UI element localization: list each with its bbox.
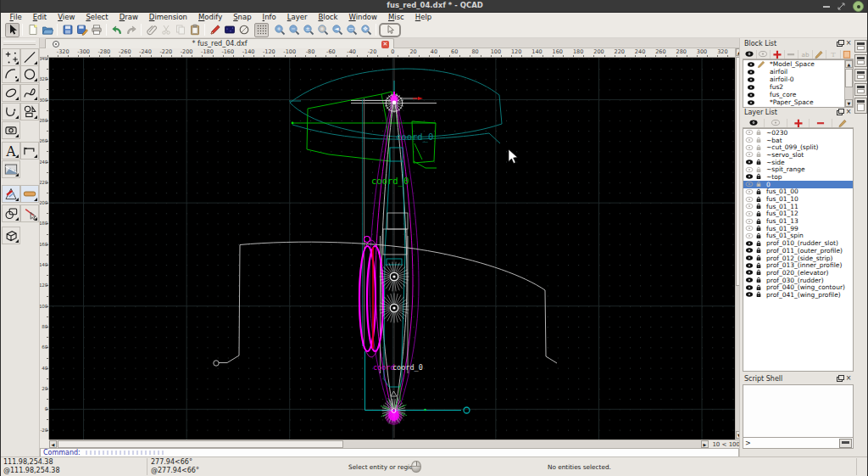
new-button[interactable] bbox=[25, 23, 40, 37]
eye-off-icon[interactable] bbox=[744, 203, 754, 210]
layer-row[interactable]: fus_01_spin bbox=[743, 232, 853, 240]
layer-eye-on-button[interactable] bbox=[743, 119, 765, 127]
scroll-up-arrow[interactable]: ▲ bbox=[845, 60, 853, 68]
block-eye-on-button[interactable] bbox=[743, 50, 757, 59]
zoom-in-button[interactable]: + bbox=[272, 23, 287, 37]
lock-dark-icon[interactable] bbox=[754, 291, 763, 298]
menu-select[interactable]: Select bbox=[81, 13, 114, 22]
scroll-right-arrow[interactable]: ▶ bbox=[701, 440, 709, 448]
lock-dark-icon[interactable] bbox=[754, 188, 763, 195]
lock-dark-icon[interactable] bbox=[754, 284, 763, 291]
redo-button[interactable] bbox=[124, 23, 138, 37]
eye-on-icon[interactable] bbox=[745, 61, 756, 68]
dock-button-property-editor[interactable] bbox=[854, 40, 867, 53]
layer-row[interactable]: fus_01_00 bbox=[743, 188, 853, 196]
zoom-auto-button[interactable]: ± bbox=[301, 23, 315, 37]
lock-dark-icon[interactable] bbox=[754, 262, 763, 269]
swatch-button[interactable] bbox=[222, 23, 236, 37]
tool-line-button[interactable] bbox=[20, 48, 39, 66]
eye-on-icon[interactable] bbox=[745, 92, 756, 98]
layer-row[interactable]: fus_01_99 bbox=[743, 225, 853, 232]
minimize-button[interactable] bbox=[821, 2, 832, 11]
eye-off-icon[interactable] bbox=[744, 218, 754, 225]
layer-row[interactable]: prof_040_(wing_contour) bbox=[743, 283, 853, 291]
circle-slash-button[interactable] bbox=[236, 23, 251, 37]
layer-row[interactable]: fus_01_12 bbox=[743, 210, 853, 218]
menu-info[interactable]: Info bbox=[257, 13, 281, 22]
block-row[interactable]: airfoil bbox=[743, 68, 853, 76]
eye-on-icon[interactable] bbox=[744, 291, 754, 298]
cut-button[interactable] bbox=[159, 23, 173, 37]
lock-dark-icon[interactable] bbox=[754, 210, 763, 217]
tool-arc-button[interactable] bbox=[2, 65, 20, 83]
close-panel-icon[interactable]: × bbox=[845, 375, 852, 382]
grid-button[interactable] bbox=[254, 23, 269, 37]
block-row[interactable]: *Paper_Space0 bbox=[743, 106, 853, 108]
tab-document[interactable]: * fus_red_04.dxf ✕ bbox=[45, 38, 394, 48]
dock-button-commands[interactable] bbox=[854, 69, 867, 81]
tool-spline-button[interactable] bbox=[20, 84, 39, 102]
dock-button-library-browser[interactable] bbox=[854, 83, 867, 96]
save-button[interactable] bbox=[60, 23, 75, 37]
eye-off-icon[interactable] bbox=[744, 181, 754, 188]
lock-dark-icon[interactable] bbox=[754, 269, 763, 276]
eye-off-icon[interactable] bbox=[744, 129, 754, 136]
layer-row[interactable]: ~0230 bbox=[743, 129, 853, 137]
menu-dimension[interactable]: Dimension bbox=[143, 13, 192, 22]
block-row[interactable]: *Paper_Space bbox=[743, 98, 853, 106]
block-rename-button[interactable]: ab bbox=[798, 50, 813, 59]
zoom-gray-button[interactable]: + bbox=[315, 23, 330, 37]
lock-light-icon[interactable] bbox=[754, 151, 763, 158]
block-list-scrollbar[interactable]: ▲▼ bbox=[844, 60, 853, 107]
layer-row[interactable]: prof_010_(rudder_slot) bbox=[743, 239, 853, 247]
layer-row[interactable]: ~bat bbox=[743, 137, 853, 144]
menu-edit[interactable]: Edit bbox=[27, 13, 52, 22]
layer-minus-red-button[interactable] bbox=[810, 119, 832, 127]
eye-on-icon[interactable] bbox=[744, 247, 754, 254]
shell-history-button[interactable] bbox=[839, 439, 852, 448]
eye-on-icon[interactable] bbox=[744, 240, 754, 247]
tool-polyline-button[interactable] bbox=[2, 103, 20, 120]
script-shell-input[interactable]: > bbox=[743, 438, 854, 449]
menu-modify[interactable]: Modify bbox=[193, 13, 228, 22]
zoom-pan-button[interactable]: ✥ bbox=[359, 23, 373, 37]
zoom-out-button[interactable]: − bbox=[287, 23, 301, 37]
tool-point-button[interactable] bbox=[2, 48, 20, 66]
layer-row[interactable]: ~spit_range bbox=[743, 165, 853, 173]
lock-dark-icon[interactable] bbox=[754, 225, 763, 232]
close-button[interactable] bbox=[853, 1, 864, 12]
lock-light-icon[interactable] bbox=[754, 181, 763, 188]
menu-window[interactable]: Window bbox=[343, 13, 383, 22]
layer-row[interactable]: fus_01_13 bbox=[743, 217, 853, 225]
lock-light-icon[interactable] bbox=[754, 129, 763, 136]
tool-shapes-button[interactable] bbox=[20, 103, 39, 120]
block-row[interactable]: airfoil-0 bbox=[743, 76, 853, 83]
dock-button-view[interactable] bbox=[854, 98, 867, 114]
zoom-window-button[interactable]: ▭ bbox=[344, 23, 359, 37]
layer-row[interactable]: ~servo_slot bbox=[743, 151, 853, 159]
lock-dark-icon[interactable] bbox=[754, 232, 763, 239]
eye-off-icon[interactable] bbox=[744, 232, 754, 239]
eye-on-icon[interactable] bbox=[744, 277, 754, 283]
paste-button[interactable] bbox=[187, 23, 202, 37]
eye-on-icon[interactable] bbox=[745, 99, 756, 106]
layer-row[interactable]: ~side bbox=[743, 159, 853, 166]
block-eye-off-button[interactable] bbox=[757, 50, 771, 59]
eye-on-icon[interactable] bbox=[744, 269, 754, 276]
tool-hatch-button[interactable] bbox=[2, 185, 20, 203]
eye-on-icon[interactable] bbox=[744, 255, 754, 261]
lock-dark-icon[interactable] bbox=[754, 218, 763, 225]
tool-transform-button[interactable] bbox=[2, 204, 20, 222]
menu-snap[interactable]: Snap bbox=[228, 13, 257, 22]
layer-row[interactable]: prof_020_(elevator) bbox=[743, 269, 853, 277]
pencil-red-button[interactable] bbox=[208, 23, 222, 37]
eye-on-icon[interactable] bbox=[745, 107, 756, 109]
layer-row[interactable]: prof_011_(outer_profile) bbox=[743, 247, 853, 255]
menu-layer[interactable]: Layer bbox=[281, 13, 313, 22]
horizontal-scrollbar[interactable]: ◀ ▶ bbox=[49, 440, 709, 448]
lock-dark-icon[interactable] bbox=[754, 277, 763, 283]
lock-dark-icon[interactable] bbox=[754, 196, 763, 203]
menu-help[interactable]: Help bbox=[409, 13, 437, 22]
eye-off-icon[interactable] bbox=[744, 210, 754, 217]
scroll-thumb[interactable] bbox=[845, 69, 853, 87]
